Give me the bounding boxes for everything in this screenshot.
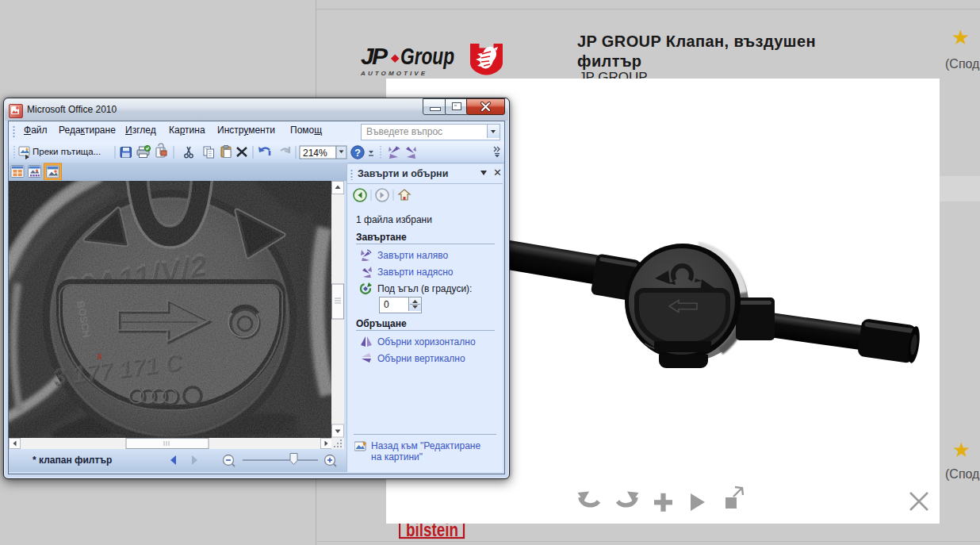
svg-text:214%: 214% <box>303 148 327 159</box>
svg-text:bilstein: bilstein <box>406 524 458 540</box>
svg-text:Group: Group <box>400 43 454 69</box>
svg-text:Преки пътища...: Преки пътища... <box>33 147 101 156</box>
svg-text:?: ? <box>354 148 361 159</box>
svg-text:JP: JP <box>361 43 389 69</box>
svg-text:AUTOMOTIVE: AUTOMOTIVE <box>360 70 427 77</box>
